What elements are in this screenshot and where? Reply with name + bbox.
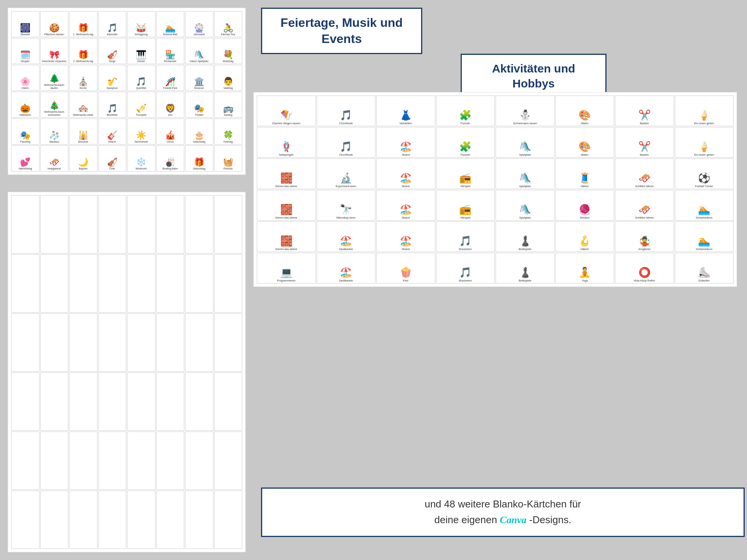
activity-item: 🎵Musizieren xyxy=(436,221,495,252)
info-box: und 48 weitere Blanko-Kärtchen für deine… xyxy=(261,488,745,537)
activity-label: Basteln xyxy=(640,122,649,125)
card-label: Heiligabend xyxy=(48,167,61,170)
card-label: 1. Weihnachts-tag xyxy=(73,33,93,36)
activity-label: Spielplatz xyxy=(519,216,531,219)
card-item: 🏊Erlebnis-Bad xyxy=(156,11,185,37)
card-icon: 💕 xyxy=(20,158,30,166)
blank-card-item xyxy=(185,254,213,313)
card-item: 🧺Picknick xyxy=(214,145,243,171)
card-icon: 🏛️ xyxy=(194,77,204,86)
canva-logo: Canva xyxy=(500,514,526,525)
card-label: Valentinstag xyxy=(18,167,32,170)
blank-card-item xyxy=(156,313,185,372)
card-item: 🎆Silvester xyxy=(11,11,40,37)
card-icon: 🎀 xyxy=(49,51,59,59)
card-item: 🏛️Museum xyxy=(185,65,213,91)
activity-item: 🎨Malen xyxy=(555,127,615,158)
card-label: Saxophon xyxy=(107,87,118,90)
card-icon: 🎻 xyxy=(107,51,117,59)
card-item: 🎪Circus xyxy=(156,119,185,145)
activity-label: Eis essen gehen xyxy=(694,153,714,156)
activity-icon: ⛸️ xyxy=(698,267,710,278)
activity-icon: 🧩 xyxy=(459,109,471,121)
card-item: 🎻Cello xyxy=(98,145,127,171)
blank-card-item xyxy=(214,491,243,549)
activity-item: 🧶Stricken xyxy=(555,190,615,221)
blank-card-item xyxy=(69,491,98,549)
activity-icon: 🪁 xyxy=(280,109,293,121)
blank-grid xyxy=(11,195,242,549)
card-item: 🎡Jahrmarkt xyxy=(185,11,213,37)
card-label: Ausflug xyxy=(224,114,232,117)
activity-icon: ⛄ xyxy=(519,109,531,121)
activity-label: Brettspiele xyxy=(519,248,531,251)
card-icon: 🚴 xyxy=(223,24,233,32)
activity-label: Mikroskop-ieren xyxy=(336,216,355,219)
activity-label: Klemm-bau-steine xyxy=(275,185,297,188)
activity-icon: 🛝 xyxy=(519,141,531,153)
card-label: Weihnachts-baum kaufen xyxy=(41,84,68,90)
activity-icon: 💻 xyxy=(280,267,293,278)
activity-item: ♟️Brettspiele xyxy=(496,221,555,252)
activity-item: 🤹Jonglieren xyxy=(615,221,674,252)
card-icon: 🎹 xyxy=(136,51,146,59)
activity-item: 🧘Yoga xyxy=(555,253,615,283)
card-label: Geburtstag xyxy=(193,140,205,143)
card-label: Trompete xyxy=(136,114,147,117)
blank-card-item xyxy=(11,432,40,490)
card-item: 🚴Fahrrad-Tour xyxy=(214,11,243,37)
card-label: Klavier xyxy=(137,60,145,63)
card-label: Erlebnis-Bad xyxy=(163,33,177,36)
activity-item: 🍦Eis essen gehen xyxy=(675,127,734,158)
activity-item: 🛝Spielplatz xyxy=(496,127,555,158)
card-item: 🛝Indoor-Spielplatz xyxy=(185,38,213,64)
activity-label: Drachen steigen lassen xyxy=(272,122,300,125)
activity-icon: 🤹 xyxy=(638,235,651,247)
activity-item: 🛝Spielplatz xyxy=(496,190,555,221)
card-icon: 👨 xyxy=(223,77,233,86)
card-label: Moschee xyxy=(78,140,88,143)
card-item: 🎳Bowling-Bahn xyxy=(156,145,185,171)
card-label: Neujahr xyxy=(21,60,30,63)
activity-icon: 🧘 xyxy=(578,267,591,278)
activity-item: 🪝Häkeln xyxy=(555,221,615,252)
header-box-feiertage: Feiertage, Musik und Events xyxy=(261,8,422,54)
activity-label: Programmieren xyxy=(277,279,296,282)
activity-icon: ✂️ xyxy=(638,141,651,153)
card-label: Theater xyxy=(195,114,203,117)
activity-icon: 🧱 xyxy=(280,172,293,184)
activity-icon: 🏖️ xyxy=(340,235,352,247)
blank-card-item xyxy=(185,195,213,254)
activity-item: 🛷Schlitten fahren xyxy=(615,158,674,189)
activity-item: 🏖️Sandkasten xyxy=(317,221,376,252)
activity-icon: ♟️ xyxy=(519,267,531,278)
card-label: Weihnachts-baum schmücken xyxy=(41,110,68,117)
card-label: Freizeit-Park xyxy=(163,87,177,90)
activity-item: 🪢Seilspringen xyxy=(257,127,316,158)
header-title-2: Aktivitäten und Hobbys xyxy=(473,61,594,91)
card-icon: 🎻 xyxy=(107,158,117,166)
activity-item: 🏖️Strand xyxy=(376,190,435,221)
header-title-1: Feiertage, Musik und Events xyxy=(274,15,410,47)
activity-icon: ✂️ xyxy=(638,109,651,121)
activity-label: Malen xyxy=(581,153,588,156)
activity-icon: 🏖️ xyxy=(340,267,352,278)
card-icon: ⛪ xyxy=(78,77,88,86)
activity-icon: 🎨 xyxy=(578,141,591,153)
activity-icon: 🛷 xyxy=(638,204,651,216)
activity-label: Kino xyxy=(403,279,408,282)
card-icon: 🎭 xyxy=(20,131,30,140)
activity-item: 🎵Musizieren xyxy=(436,253,495,283)
activity-item: ♟️Brettspiele xyxy=(496,253,555,283)
blank-card-item xyxy=(69,195,98,254)
card-label: Ostern xyxy=(21,87,29,90)
card-label: Weihnachts-markt xyxy=(73,114,93,117)
card-label: Winterzeit xyxy=(136,167,147,170)
activity-label: Eislaufen xyxy=(699,279,710,282)
blank-card-item xyxy=(11,491,40,549)
card-icon: 🎪 xyxy=(165,131,175,140)
card-item: 🎵Querflöte xyxy=(127,65,155,91)
activity-label: Schwimmkurs xyxy=(696,248,712,251)
activity-item: ⛄Schneemann bauen xyxy=(496,96,555,126)
card-item: 🥁Schlagzeug xyxy=(127,11,155,37)
